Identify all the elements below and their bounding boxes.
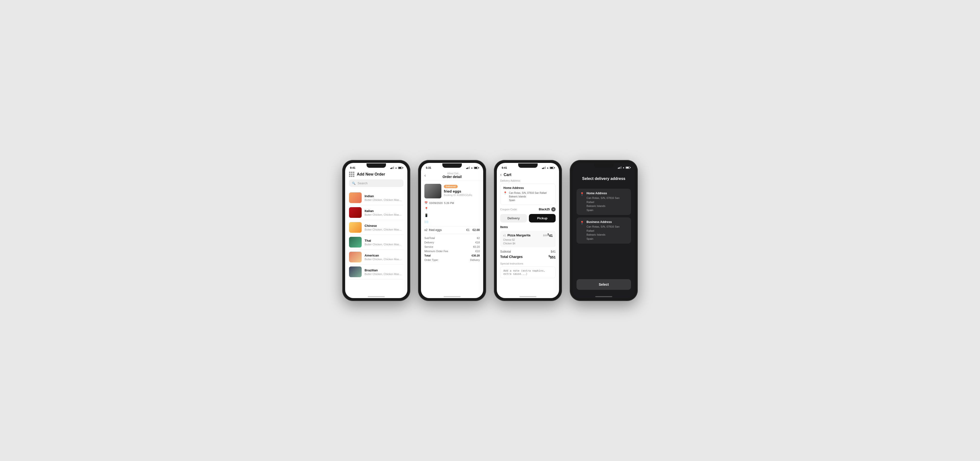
battery-icon-4 — [625, 167, 630, 169]
items-section-label: Items — [500, 225, 555, 229]
category-sub-italian: Butter Chicken, Chicken Mas... — [364, 213, 404, 216]
home-indicator-2 — [421, 294, 483, 298]
business-address-card[interactable]: 📍 Business Address Can Rotas, S/N, 07816… — [576, 217, 631, 244]
order-line-item: x2 fried eggs €1 €2.00 — [425, 228, 480, 232]
order-detail-nav: ‹ Alfred Deli... Order detail — [421, 171, 483, 181]
addon-cheese: Cheese $2 — [503, 239, 553, 241]
total-charges-row: Total Charges $$51 — [500, 254, 555, 260]
category-item-thai[interactable]: Thai Butter Chicken, Chicken Mas... — [349, 235, 404, 250]
select-address-button[interactable]: Select — [576, 279, 631, 290]
home-line2: Balearic Islands — [587, 204, 628, 208]
signal-icon-3 — [542, 167, 546, 169]
dark-pin-home: 📍 — [580, 192, 584, 196]
category-item-chinese[interactable]: Chinese Butter Chicken, Chicken Mas... — [349, 220, 404, 235]
business-line2: Balearic Islands — [587, 233, 628, 237]
category-name-italian: Italian — [364, 209, 404, 213]
order-summary: SubTotal €2 Delivery €18 Service €0.20 M… — [425, 236, 480, 262]
home-address-card[interactable]: 📍 Home Address Can Rotas, S/N, 07816 San… — [576, 189, 631, 215]
category-name-indian: Indian — [364, 194, 404, 198]
delivery-tabs: Delivery Pickup — [500, 214, 555, 222]
time-3: 9:41 — [502, 166, 507, 169]
status-icons-4: ▲ — [618, 166, 630, 169]
business-line3: Spain — [587, 237, 628, 241]
delivery-tab[interactable]: Delivery — [500, 214, 527, 222]
battery-icon-3 — [550, 167, 554, 169]
calendar-icon: 📅 — [425, 201, 428, 204]
item-name: Pizza Margarita — [508, 233, 543, 237]
category-sub-chinese: Butter Chicken, Chicken Mas... — [364, 228, 404, 231]
phone-1: 9:41 ▲ Add New Order 🔍 — [342, 160, 410, 301]
pickup-tab[interactable]: Pickup — [529, 214, 555, 222]
home-address-line2: Balearic Islands — [509, 195, 547, 198]
status-bar-1: 9:41 ▲ — [345, 163, 407, 171]
search-icon: 🔍 — [352, 182, 356, 185]
time-2: 5:31 — [426, 166, 431, 169]
select-address-title: Select delivery address — [576, 177, 631, 181]
status-bar-3: 9:41 ▲ — [497, 163, 559, 171]
mail-icon: ✉️ — [425, 220, 480, 224]
category-list: Indian Butter Chicken, Chicken Mas... It… — [349, 190, 404, 279]
pin-icon-home: 📍 — [503, 191, 507, 195]
screen1-header: Add New Order — [345, 171, 407, 179]
order-item-name: fried eggs — [444, 189, 480, 193]
dark-pin-business: 📍 — [580, 221, 584, 225]
page-title: Add New Order — [357, 172, 385, 177]
cart-title: Cart — [504, 172, 511, 177]
home-indicator — [345, 294, 407, 298]
category-name-chinese: Chinese — [364, 224, 404, 228]
home-indicator-3 — [497, 294, 559, 298]
phone-3: 9:41 ▲ ‹ Cart Delivery Address Home Addr… — [494, 160, 562, 301]
time-1: 9:41 — [350, 166, 355, 169]
wifi-icon-3: ▲ — [547, 167, 549, 169]
cart-header: ‹ Cart — [497, 171, 559, 179]
line-total: €2.00 — [473, 228, 480, 232]
screen1-scroll: 🔍 Search Indian Butter Chicken, Chicken … — [345, 179, 407, 294]
coupon-value: Black25 — [539, 207, 550, 211]
home-address-line3: Spain — [509, 198, 547, 202]
status-icons-3: ▲ — [542, 167, 554, 169]
status-bar-4: ▲ — [573, 163, 635, 170]
coupon-remove-btn[interactable]: ✕ — [551, 207, 555, 212]
select-address-content: Select delivery address 📍 Home Address C… — [573, 170, 635, 294]
category-sub-indian: Butter Chicken, Chicken Mas... — [364, 198, 404, 201]
category-image-thai — [349, 237, 362, 247]
category-item-brazilian[interactable]: Brazilian Butter Chicken, Chicken Mas... — [349, 265, 404, 279]
signal-icon-4 — [618, 166, 622, 169]
status-bar-2: 5:31 ▲ — [421, 163, 483, 171]
coupon-row: Coupon Code: Black25 ✕ — [500, 207, 555, 212]
order-detail-title: Order detail — [442, 175, 465, 179]
status-icons-2: ▲ — [466, 167, 478, 169]
category-image-italian — [349, 207, 362, 218]
category-image-chinese — [349, 222, 362, 233]
category-item-italian[interactable]: Italian Butter Chicken, Chicken Mas... — [349, 205, 404, 220]
back-button[interactable]: ‹ — [425, 173, 426, 178]
cart-back-button[interactable]: ‹ — [500, 172, 502, 177]
cart-totals: Subtotal $41 Total Charges $$51 — [500, 249, 555, 260]
cart-scroll: Delivery Address Home Address 📍 Can Rota… — [497, 179, 559, 294]
address-card-home: Home Address 📍 Can Rotas, S/N, 07816 San… — [500, 183, 555, 205]
home-address-line1: Can Rotas, S/N, 07816 San Rafael — [509, 191, 547, 195]
category-name-brazilian: Brazilian — [364, 268, 404, 272]
home-line3: Spain — [587, 208, 628, 212]
summary-subtotal: SubTotal €2 — [425, 236, 480, 240]
order-type-row: Order Type: Delivery — [425, 258, 480, 262]
category-image-american — [349, 252, 362, 262]
detail-icons: 📍 📱 ✉️ — [425, 207, 480, 224]
search-input[interactable]: Search — [358, 181, 368, 185]
cart-item-pizza: x1 Pizza Margarita $35 $41 Cheese $2 Chi… — [500, 231, 555, 247]
business-type: Business Address — [587, 220, 628, 224]
search-bar[interactable]: 🔍 Search — [349, 179, 404, 187]
special-instructions-input[interactable] — [500, 266, 555, 278]
addon-chicken: Chicken $4 — [503, 242, 553, 245]
category-item-indian[interactable]: Indian Butter Chicken, Chicken Mas... — [349, 190, 404, 205]
line-unit: €1 — [466, 228, 469, 232]
category-item-american[interactable]: American Butter Chicken, Chicken Mas... — [349, 250, 404, 265]
wifi-icon-4: ▲ — [622, 166, 625, 169]
wifi-icon-2: ▲ — [471, 167, 473, 169]
subtotal-row: Subtotal $41 — [500, 249, 555, 254]
order-time: 5:26 PM — [444, 201, 454, 204]
grid-icon[interactable] — [349, 172, 354, 177]
summary-service: Service €0.20 — [425, 245, 480, 249]
booking-id: Booking ID: A1BB5OZpBq — [444, 194, 480, 196]
order-date-row: 📅 03/09/2020 5:26 PM — [425, 201, 480, 204]
